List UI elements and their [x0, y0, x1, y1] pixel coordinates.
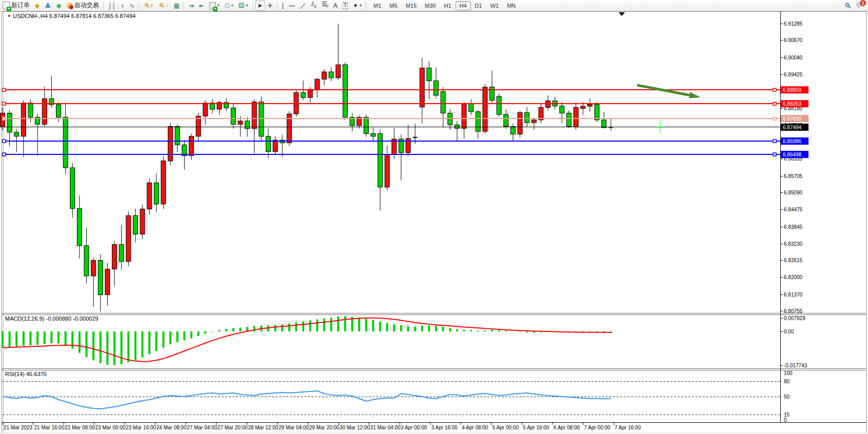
text-icon: A: [333, 3, 338, 9]
zoom-in-button[interactable]: 🔍︎+: [141, 0, 156, 11]
time-tick-label: 5 Apr 16:00: [523, 425, 549, 430]
time-tick-label: 7 Apr 00:00: [584, 425, 610, 430]
label-button[interactable]: T: [340, 0, 350, 11]
new-order-button[interactable]: 新订单: [0, 0, 32, 11]
tile-windows-button[interactable]: ▦: [171, 0, 182, 11]
hline-handle: [773, 88, 776, 91]
price-tick-label: 6.85090: [784, 190, 803, 195]
tf-button-d1[interactable]: D1: [471, 1, 486, 10]
channel-button[interactable]: ⫽E: [309, 0, 319, 11]
price-badge-label: 6.86498: [783, 152, 802, 157]
tf-button-mn[interactable]: MN: [503, 1, 520, 10]
price-tick-label: 6.91285: [784, 21, 803, 27]
hline-handle: [3, 117, 6, 120]
community-icon: 👤︎: [45, 3, 51, 9]
publish-button[interactable]: ◆: [32, 0, 42, 11]
signal-icon: ◉: [56, 3, 61, 9]
trendline-button[interactable]: ／: [298, 0, 309, 11]
period-button[interactable]: 🕒︎▾: [222, 0, 236, 11]
tf-button-w1[interactable]: W1: [486, 1, 503, 10]
cursor-icon: ➤: [258, 3, 263, 9]
fibonacci-button[interactable]: ☰F: [319, 0, 331, 11]
vertical-line-button[interactable]: |: [280, 0, 286, 11]
price-tick-label: 6.83845: [784, 224, 803, 230]
cursor-button[interactable]: ➤: [255, 0, 265, 11]
template-button[interactable]: 🖼︎▾: [236, 0, 251, 11]
ohlc-close: 6.87494: [115, 13, 135, 19]
crosshair-button[interactable]: ✛: [265, 0, 275, 11]
window-menu-icon[interactable]: ▼: [7, 14, 11, 18]
bar-chart-icon: ⌡⌠: [108, 3, 116, 9]
time-tick-label: 3 Apr 00:00: [401, 425, 427, 430]
toolbar-separator: [366, 2, 367, 10]
tf-button-m1[interactable]: M1: [369, 1, 385, 10]
mt4-terminal: 新订单 ◆ 👤︎ ◉ 自动交易 ⌡⌠ ⍭ ∿ 🔍︎+ 🔍︎− ▦ ⇥ ⇤ ▾ 🕒…: [0, 0, 868, 434]
notification-badge: 1: [859, 0, 866, 7]
price-tick-label: 6.90670: [784, 37, 803, 43]
community-button[interactable]: 👤︎: [42, 0, 53, 11]
time-tick-label: 4 Apr 08:00: [462, 425, 488, 430]
time-tick-label: 21 Mar 2023: [4, 425, 33, 430]
candle-chart-icon: ⍭: [121, 3, 124, 9]
new-order-label: 新订单: [11, 1, 30, 10]
arrows-icon: ✦: [353, 3, 358, 9]
bar-chart-button[interactable]: ⌡⌠: [106, 0, 119, 11]
price-tick-label: 6.85705: [784, 173, 803, 179]
time-tick-label: 3 Apr 16:00: [431, 425, 458, 430]
template-icon: 🖼︎: [239, 3, 245, 9]
toolbar-right: 🔍︎ 💬︎ 1: [844, 2, 868, 9]
add-indicator-button[interactable]: ▾: [207, 0, 222, 11]
horizontal-line-button[interactable]: —: [286, 0, 298, 11]
channel-icon: ⫽E: [311, 1, 317, 10]
time-tick-label: 30 Mar 12:00: [340, 425, 370, 430]
hline-handle: [773, 140, 776, 143]
add-indicator-icon: [209, 2, 216, 9]
arrows-button[interactable]: ✦▾: [350, 0, 364, 11]
tf-button-m15[interactable]: M15: [402, 1, 421, 10]
zoom-out-icon: 🔍︎−: [159, 3, 169, 9]
symbol-period-label: USDCNH-,H4: [13, 13, 48, 19]
ohlc-low: 6.87365: [93, 13, 114, 19]
price-badge-label: 6.88353: [783, 101, 802, 107]
macd-indicator-label: MACD(12,26,9) -0.000880 -0.000029: [5, 315, 98, 322]
chart-canvas[interactable]: 6.912856.906706.900406.894256.888106.881…: [0, 0, 868, 434]
rsi-indicator-label: RSI(14) 45.6370: [5, 371, 47, 377]
price-tick-label: 6.81370: [784, 292, 803, 298]
vertical-line-icon: |: [282, 3, 284, 9]
auto-trading-button[interactable]: 自动交易: [64, 0, 102, 11]
publish-icon: ◆: [35, 3, 40, 9]
auto-scroll-button[interactable]: ⇥: [186, 0, 196, 11]
chart-shift-icon: ⇤: [199, 3, 204, 9]
time-tick-label: 7 Apr 16:00: [615, 425, 641, 430]
tf-button-h4[interactable]: H4: [456, 1, 471, 10]
rsi-scale-label: 100: [784, 370, 793, 376]
line-chart-button[interactable]: ∿: [127, 0, 137, 11]
hline-handle: [3, 102, 6, 105]
time-tick-label: 21 Mar 16:00: [34, 425, 65, 430]
text-button[interactable]: A: [331, 0, 340, 11]
time-tick-label: 23 Mar 16:00: [126, 425, 156, 430]
signal-button[interactable]: ◉: [53, 0, 64, 11]
price-badge-label: 6.87810: [783, 116, 802, 122]
zoom-out-button[interactable]: 🔍︎−: [156, 0, 171, 11]
new-order-icon: [3, 2, 10, 9]
price-badge-label: 6.86986: [783, 139, 802, 144]
time-tick-label: 27 Mar 20:00: [218, 425, 248, 430]
hline-handle: [773, 102, 776, 105]
auto-trading-icon: [67, 3, 73, 9]
tf-button-m5[interactable]: M5: [385, 1, 401, 10]
rsi-scale-label: 50: [784, 394, 790, 400]
time-tick-label: 5 Apr 00:00: [492, 425, 519, 430]
horizontal-line-icon: —: [289, 3, 295, 9]
chart-shift-button[interactable]: ⇤: [196, 0, 207, 11]
candle-chart-button[interactable]: ⍭: [118, 0, 127, 11]
rsi-scale-label: 0: [784, 417, 787, 423]
search-icon[interactable]: 🔍︎: [844, 3, 852, 9]
tf-button-m30[interactable]: M30: [421, 1, 440, 10]
toolbar-separator: [103, 2, 104, 10]
tf-button-h1[interactable]: H1: [440, 1, 455, 10]
trendline-icon: ／: [300, 3, 306, 9]
time-tick-label: 23 Mar 00:00: [95, 425, 126, 430]
chat-button[interactable]: 💬︎ 1: [856, 2, 863, 9]
toolbar-separator: [184, 2, 185, 10]
